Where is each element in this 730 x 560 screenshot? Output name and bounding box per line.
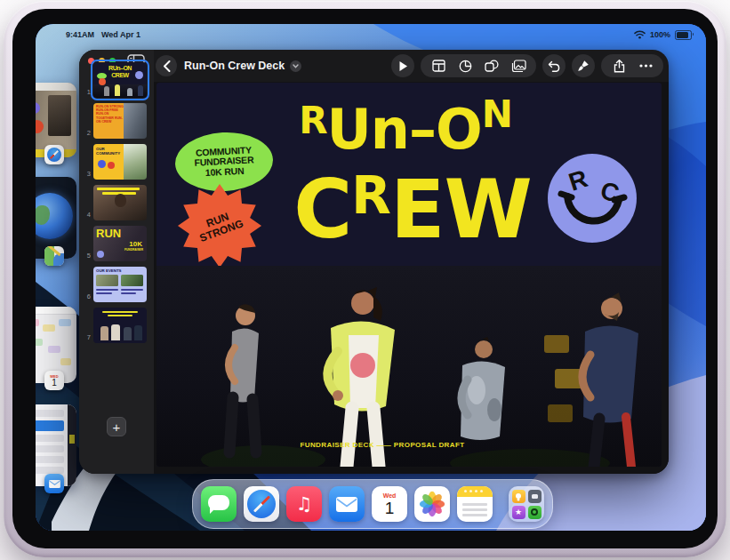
slide-thumbnail-row: 7 [79, 308, 154, 343]
slide-thumbnail-1[interactable]: RUn–ONCREW [93, 62, 147, 98]
runners-night-photo[interactable] [156, 266, 662, 467]
dock-app-music[interactable]: ♫ [286, 486, 322, 522]
slide-thumbnail-row: 2RUN-ON STRONG RUN-ON FREE RUN-ON TOGETH… [79, 103, 154, 139]
slide-thumbnail-row: 5RUN10KFUNDRAISER [79, 226, 154, 261]
slide-thumbnail-3[interactable]: OUR COMMUNITY [93, 144, 147, 180]
title-menu-chevron-icon[interactable] [290, 60, 301, 72]
slide-thumbnail-6[interactable]: OUR EVENTS [93, 267, 147, 302]
table-icon [432, 60, 445, 72]
ipad-device-frame: 9:41AM Wed Apr 1 100% [4, 1, 726, 557]
share-more-group [601, 54, 663, 77]
title-letter: n [371, 102, 409, 157]
scene: 9:41AM Wed Apr 1 100% [0, 0, 730, 560]
run-strong-sticker[interactable]: RUN STRONG [176, 182, 263, 269]
mail-app-badge [44, 474, 64, 493]
safari-app-badge [44, 145, 64, 164]
title-letter: W [444, 170, 531, 250]
title-letter: N [482, 96, 512, 133]
slide-thumbnail-4[interactable] [93, 185, 147, 220]
status-date: Wed Apr 1 [101, 30, 140, 39]
more-button[interactable] [633, 54, 658, 77]
slide-thumbnail-row: 4 [79, 185, 154, 220]
dock-app-messages[interactable] [201, 486, 237, 522]
title-letter: U [326, 102, 370, 157]
photos-pinwheel-icon [417, 489, 447, 519]
ipad-screen: 9:41AM Wed Apr 1 100% [36, 24, 706, 531]
play-button[interactable] [391, 54, 414, 77]
dock-app-calendar[interactable]: Wed1 [372, 486, 407, 522]
slide-number: 3 [79, 170, 91, 178]
slide-thumbnail-7[interactable] [93, 308, 147, 343]
undo-button[interactable] [542, 54, 566, 77]
slide-thumbnail-5[interactable]: RUN10KFUNDRAISER [93, 226, 147, 261]
slide-number: 1 [79, 88, 91, 96]
slide-number: 6 [79, 292, 91, 300]
dock-app-photos[interactable] [414, 486, 450, 522]
keynote-window: 1RUn–ONCREW 2RUN-ON STRONG RUN-ON FREE R… [79, 50, 669, 474]
envelope-icon [336, 497, 357, 512]
insert-media-button[interactable] [506, 54, 531, 77]
rc-smiley-badge[interactable]: R C [546, 152, 638, 244]
stage-window-maps[interactable] [36, 177, 76, 259]
slide-number: 7 [79, 333, 91, 341]
calendar-app-badge: WED1 [44, 371, 64, 390]
status-time: 9:41AM [66, 30, 94, 39]
play-icon [398, 60, 408, 72]
title-letter: R [351, 170, 390, 221]
undo-icon [548, 60, 561, 72]
format-brush-button[interactable] [572, 54, 595, 77]
battery-icon [675, 30, 692, 40]
stage-window-mail[interactable] [36, 404, 76, 486]
camera-mini-icon [528, 490, 541, 503]
mini-text: OUR EVENTS [96, 268, 122, 273]
shapes-icon [485, 60, 499, 72]
insert-shape-button[interactable] [479, 54, 504, 77]
slide-thumbnail-row: 1RUn–ONCREW [79, 62, 154, 98]
wifi-icon [634, 30, 646, 39]
slide-thumbnail-row: 6OUR EVENTS [79, 267, 154, 302]
title-letter: E [390, 170, 444, 250]
slide-thumbnail-2[interactable]: RUN-ON STRONG RUN-ON FREE RUN-ON TOGETHE… [93, 103, 147, 139]
insert-table-button[interactable] [426, 54, 451, 77]
mini-text: RUN [96, 227, 121, 240]
message-bubble-icon [208, 495, 229, 510]
add-slide-button[interactable]: + [107, 417, 126, 436]
document-title[interactable]: Run-On Crew Deck [184, 50, 301, 82]
insert-chart-button[interactable] [453, 54, 477, 77]
share-button[interactable] [606, 54, 631, 77]
slide-footer-text[interactable]: FUNDRAISER DECK —— PROPOSAL DRAFT [156, 441, 608, 449]
dock-app-notes[interactable] [457, 486, 493, 522]
slide-canvas[interactable]: RUn–ON CREW COMMUNITY FUNDRAISER 10K RUN [156, 83, 662, 467]
runners-illustration [156, 266, 662, 467]
music-note-icon: ♫ [286, 486, 322, 522]
toolbar: Run-On Crew Deck [154, 50, 669, 82]
status-bar: 9:41AM Wed Apr 1 100% [36, 28, 706, 42]
title-letter: C [293, 170, 351, 250]
slide-thumbnail-row: 3OUR COMMUNITY [79, 144, 154, 180]
back-button[interactable] [156, 55, 177, 76]
insert-tools-group [421, 54, 536, 77]
slide-number: 2 [79, 129, 91, 137]
stage-window-safari[interactable] [36, 83, 76, 157]
title-letter: – [409, 102, 436, 157]
dock-app-mail[interactable] [329, 486, 365, 522]
format-brush-icon [577, 60, 590, 72]
dock-app-app-library[interactable]: ★ [509, 486, 544, 522]
slide-number: 4 [79, 211, 91, 219]
slide-navigator-sidebar: 1RUn–ONCREW 2RUN-ON STRONG RUN-ON FREE R… [79, 50, 154, 474]
settings-mini-icon [528, 506, 541, 519]
slide-number: 5 [79, 252, 91, 260]
slide-canvas-area: RUn–ON CREW COMMUNITY FUNDRAISER 10K RUN [154, 82, 669, 474]
slide-thumbnail-list: 1RUn–ONCREW 2RUN-ON STRONG RUN-ON FREE R… [79, 62, 154, 343]
media-photos-icon [511, 60, 526, 72]
stage-window-calendar[interactable]: WED1 [36, 307, 76, 383]
dock: ♫Wed1 ★ [192, 479, 553, 529]
mini-text: RUN-ON STRONG RUN-ON FREE RUN-ON TOGETHE… [93, 103, 124, 139]
tips-mini-icon [512, 490, 525, 503]
more-ellipsis-icon [639, 64, 653, 68]
share-icon [614, 60, 625, 73]
star-mini-icon: ★ [512, 506, 525, 519]
pie-chart-icon [459, 60, 472, 73]
dock-app-safari[interactable] [244, 486, 279, 522]
title-letter: R [299, 102, 326, 140]
